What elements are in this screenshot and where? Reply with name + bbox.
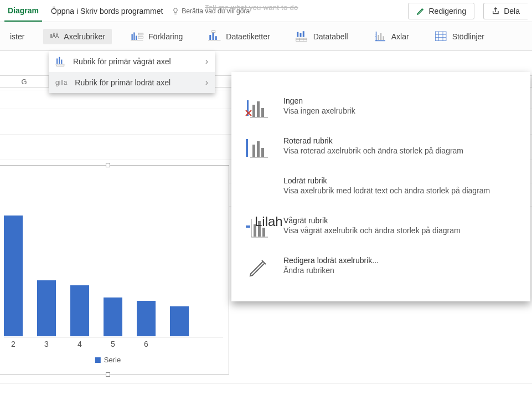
ribbon-data-table-button[interactable]: Datatabell [289, 27, 355, 46]
x-axis-label: 5 [104, 340, 122, 348]
data-table-label: Datatabell [313, 32, 348, 41]
gridlines-label: Stödlinjer [452, 32, 484, 41]
ribbon-gridlines-button[interactable]: Stödlinjer [428, 27, 491, 46]
legend-icon [131, 30, 144, 43]
svg-rect-32 [61, 60, 62, 64]
ribbon-truncated-label: ister [10, 32, 24, 41]
chart-bar [37, 280, 56, 336]
submenu-horizontal-title: Vågrät rubrik [283, 216, 461, 225]
data-labels-label: Dataetiketter [226, 32, 270, 41]
svg-rect-42 [257, 141, 260, 157]
svg-rect-6 [210, 35, 211, 40]
gridlines-icon [435, 30, 448, 43]
ribbon-data-labels-button[interactable]: Dataetiketter [202, 27, 276, 46]
chevron-right-icon: › [205, 78, 208, 88]
svg-rect-11 [297, 32, 298, 37]
svg-rect-34 [56, 65, 64, 66]
axes-label: Axlar [391, 32, 409, 41]
svg-rect-12 [299, 33, 301, 37]
share-button[interactable]: Dela [483, 3, 528, 19]
svg-rect-21 [380, 33, 381, 40]
svg-rect-7 [213, 33, 214, 40]
svg-rect-3 [138, 33, 143, 35]
open-in-desktop-button[interactable]: Öppna i Skriv bords programmet [51, 7, 163, 16]
bulb-icon [172, 7, 179, 15]
axis-titles-dropdown: Rubrik för primär vågrät axel › gilla Ru… [49, 51, 215, 93]
submenu-edit-title[interactable]: Redigera lodrät axelrubrik... Ändra rubr… [241, 248, 520, 288]
svg-rect-9 [212, 30, 215, 32]
vertical-axis-title-submenu: Ingen Visa ingen axelrubrik Roterad rubr… [231, 72, 530, 301]
svg-rect-41 [252, 145, 255, 157]
submenu-edit-title-label: Redigera lodrät axelrubrik... [283, 256, 379, 265]
floating-name-text: Lilah [255, 214, 283, 229]
svg-rect-0 [132, 34, 133, 40]
submenu-none-desc: Visa ingen axelrubrik [283, 106, 355, 115]
svg-rect-13 [302, 31, 304, 37]
axis-titles-label: Axelrubriker [64, 32, 105, 41]
chart-bars [4, 216, 223, 336]
ribbon-truncated-item[interactable]: ister [3, 29, 31, 44]
svg-rect-36 [252, 105, 255, 117]
svg-rect-8 [215, 36, 217, 40]
submenu-vertical[interactable]: Lodrät rubrik Visa axelrubrik med lodrät… [241, 168, 520, 208]
submenu-horizontal-desc: Visa vågrät axelrubrik och ändra storlek… [283, 226, 461, 235]
chart-legend: Serie [95, 356, 121, 364]
none-icon [245, 97, 271, 120]
svg-rect-2 [136, 35, 137, 40]
editing-label: Redigering [428, 7, 466, 16]
dropdown-primary-horizontal-label: Rubrik för primär vågrät axel [73, 57, 171, 66]
svg-rect-43 [261, 148, 264, 157]
x-axis-line [4, 337, 223, 337]
rotated-title-icon [245, 137, 271, 160]
submenu-horizontal[interactable]: Vågrät rubrik Visa vågrät axelrubrik och… [241, 208, 520, 248]
chart-x-axis: 23456 [4, 340, 223, 348]
resize-handle-bottom[interactable] [106, 372, 110, 377]
keytip: gilla [55, 79, 67, 86]
submenu-rotated[interactable]: Roterad rubrik Visa roterad axelrubrik o… [241, 129, 520, 168]
ribbon-axis-titles-button[interactable]: IIÅÅ Axelrubriker [43, 29, 112, 44]
horizontal-axis-title-icon [55, 56, 68, 67]
keytip: IIÅÅ [50, 33, 58, 39]
chart-bar [4, 216, 23, 336]
svg-rect-37 [257, 101, 260, 117]
tab-diagram[interactable]: Diagram [4, 1, 42, 22]
svg-rect-22 [383, 36, 384, 40]
data-table-icon [296, 30, 309, 43]
submenu-vertical-desc: Visa axelrubrik med lodrät text och ändr… [283, 186, 490, 195]
share-icon [492, 7, 500, 16]
submenu-none[interactable]: Ingen Visa ingen axelrubrik [241, 89, 520, 129]
svg-rect-30 [56, 59, 58, 64]
dropdown-primary-horizontal[interactable]: Rubrik för primär vågrät axel › [49, 51, 215, 72]
svg-rect-38 [261, 108, 264, 117]
svg-rect-20 [378, 35, 379, 40]
chart-bar [137, 301, 156, 336]
chart-bar [170, 306, 189, 336]
legend-swatch [95, 357, 101, 363]
chart-bar [70, 285, 89, 336]
dropdown-primary-vertical-label: Rubrik för primär lodrät axel [75, 78, 171, 87]
x-axis-label: 3 [37, 340, 56, 348]
pencil-icon [247, 257, 269, 279]
svg-rect-4 [138, 37, 143, 38]
submenu-edit-desc: Ändra rubriken [283, 266, 379, 275]
chart-object[interactable]: 23456 Serie [0, 165, 229, 375]
chevron-right-icon: › [205, 57, 208, 66]
resize-handle-top[interactable] [106, 163, 110, 167]
ribbon-axes-button[interactable]: Axlar [367, 27, 416, 46]
chart-bar [104, 297, 122, 336]
legend-label: Serie [104, 356, 121, 364]
dropdown-primary-vertical[interactable]: gilla Rubrik för primär lodrät axel › [49, 72, 215, 93]
submenu-rotated-title: Roterad rubrik [283, 136, 463, 145]
svg-rect-25 [435, 32, 446, 41]
svg-rect-45 [246, 225, 250, 228]
editing-mode-button[interactable]: Redigering [408, 3, 474, 19]
col-header-g[interactable]: G [0, 76, 49, 87]
x-axis-label: 4 [70, 340, 89, 348]
submenu-none-title: Ingen [283, 96, 355, 105]
legend-label: Förklaring [148, 32, 183, 41]
ribbon-legend-button[interactable]: Förklaring [124, 27, 189, 46]
x-axis-label: 2 [4, 340, 23, 348]
share-label: Dela [504, 7, 520, 16]
pencil-icon [416, 7, 425, 16]
open-in-desktop-label: Öppna i Skriv bords programmet [51, 7, 163, 16]
